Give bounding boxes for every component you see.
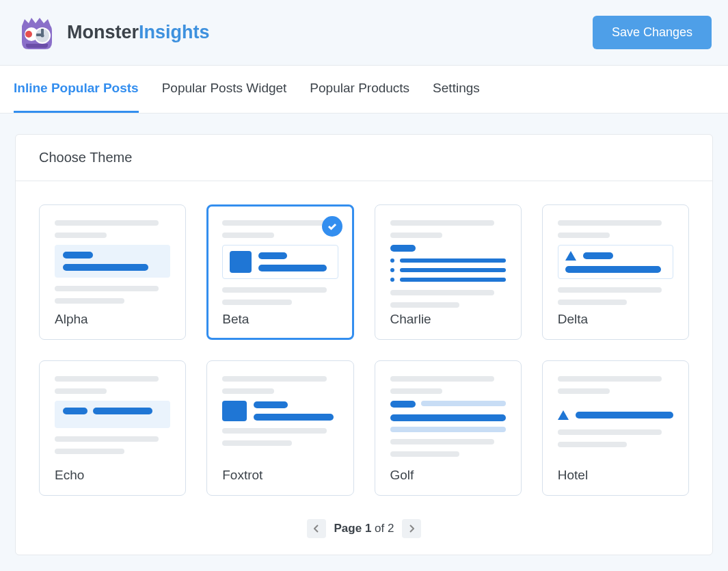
tab-settings[interactable]: Settings [433, 66, 480, 113]
chevron-right-icon [409, 524, 414, 533]
theme-preview [390, 376, 506, 457]
theme-label: Hotel [558, 468, 673, 483]
theme-preview [558, 376, 673, 457]
chevron-left-icon [314, 524, 319, 533]
choose-theme-panel: Choose Theme Alpha [15, 134, 713, 555]
theme-label: Alpha [55, 312, 170, 327]
theme-preview [222, 220, 338, 301]
theme-card-echo[interactable]: Echo [39, 360, 186, 496]
panel-title: Choose Theme [16, 135, 712, 181]
theme-card-delta[interactable]: Delta [542, 204, 689, 340]
svg-point-1 [25, 31, 32, 38]
header: MonsterInsights Save Changes [0, 0, 728, 66]
theme-card-beta[interactable]: Beta [206, 204, 353, 340]
logo: MonsterInsights [16, 14, 210, 51]
content: Choose Theme Alpha [0, 114, 728, 571]
theme-card-alpha[interactable]: Alpha [39, 204, 186, 340]
page-indicator: Page 1 of 2 [334, 522, 394, 535]
theme-preview [558, 220, 673, 301]
theme-preview [55, 376, 170, 457]
theme-card-charlie[interactable]: Charlie [375, 204, 522, 340]
theme-label: Charlie [390, 312, 506, 327]
tab-inline-popular-posts[interactable]: Inline Popular Posts [14, 66, 139, 113]
selected-check-icon [322, 216, 342, 237]
theme-label: Delta [558, 312, 673, 327]
tabs-nav: Inline Popular Posts Popular Posts Widge… [0, 66, 728, 114]
theme-label: Beta [222, 312, 338, 327]
theme-grid: Alpha [16, 181, 712, 519]
theme-preview [222, 376, 338, 457]
tab-popular-posts-widget[interactable]: Popular Posts Widget [162, 66, 287, 113]
theme-label: Foxtrot [222, 468, 338, 483]
theme-label: Echo [55, 468, 170, 483]
monster-logo-icon [16, 14, 57, 51]
tab-popular-products[interactable]: Popular Products [310, 66, 409, 113]
theme-label: Golf [390, 468, 506, 483]
next-page-button[interactable] [402, 519, 421, 538]
theme-card-golf[interactable]: Golf [375, 360, 522, 496]
theme-preview [55, 220, 170, 301]
theme-preview [390, 220, 506, 301]
logo-text: MonsterInsights [67, 22, 210, 43]
theme-card-hotel[interactable]: Hotel [542, 360, 689, 496]
svg-point-6 [41, 34, 44, 38]
save-changes-button[interactable]: Save Changes [593, 16, 712, 49]
theme-card-foxtrot[interactable]: Foxtrot [206, 360, 353, 496]
prev-page-button[interactable] [307, 519, 326, 538]
pagination: Page 1 of 2 [16, 519, 712, 555]
